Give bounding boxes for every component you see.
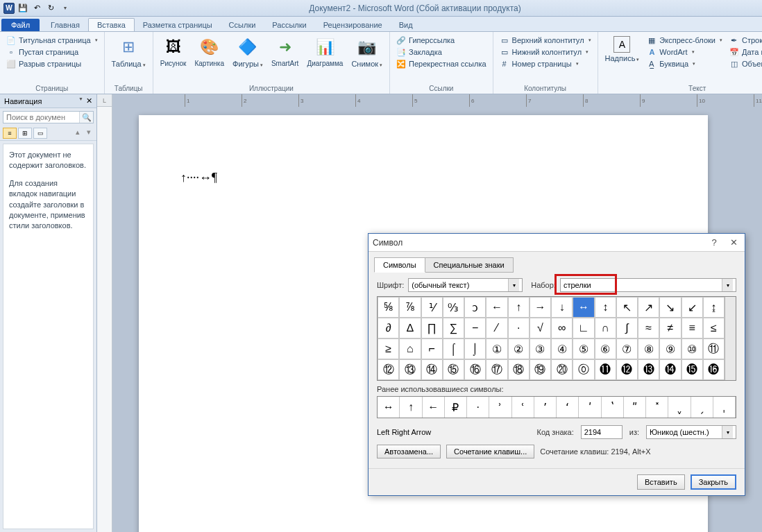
recent-symbol-cell[interactable]: · [467,397,489,418]
textbox-button[interactable]: AНадпись▾ [602,35,643,69]
symbol-cell[interactable]: ↗ [638,297,659,318]
autocorrect-button[interactable]: Автозамена... [377,445,441,458]
page-number-button[interactable]: #Номер страницы▾ [498,58,593,69]
symbol-cell[interactable]: ↙ [681,297,703,318]
symbol-cell[interactable]: ⅟ [421,297,443,318]
symbol-cell[interactable]: ↔ [573,297,594,318]
insert-button[interactable]: Вставить [637,474,685,490]
symbol-cell[interactable]: ⓮ [659,359,681,380]
symbol-cell[interactable]: ⓫ [595,359,616,380]
qat-dropdown-icon[interactable]: ▼ [58,2,71,15]
tab-mailings[interactable]: Рассылки [264,19,314,31]
recent-symbol-cell[interactable]: ˏ [691,397,713,418]
symbol-cell[interactable]: ⑯ [464,359,486,380]
undo-icon[interactable]: ↶ [31,2,43,15]
recent-symbol-cell[interactable]: ↑ [400,397,422,418]
symbol-cell[interactable]: ⑱ [508,359,530,380]
symbol-cell[interactable]: ④ [551,338,573,359]
symbol-cell[interactable]: ↖ [616,297,638,318]
symbol-cell[interactable]: ∆ [399,318,421,338]
symbol-cell[interactable]: √ [530,318,551,338]
symbol-cell[interactable]: ⓬ [616,359,638,380]
word-app-icon[interactable]: W [3,2,15,15]
symbol-cell[interactable]: ⓭ [638,359,659,380]
symbol-cell[interactable]: ② [508,338,530,359]
symbol-cell[interactable]: ⑭ [421,359,443,380]
symbol-cell[interactable]: ∩ [595,318,616,338]
dialog-titlebar[interactable]: Символ ? ✕ [369,234,745,252]
symbol-cell[interactable]: ∞ [551,318,573,338]
tab-review[interactable]: Рецензирование [315,19,391,31]
symbol-cell[interactable]: ⅝ [378,297,399,318]
symbol-cell[interactable]: ↘ [659,297,681,318]
symbol-cell[interactable]: ③ [530,338,551,359]
recent-symbol-cell[interactable]: ʺ [624,397,646,418]
symbol-cell[interactable]: ⑮ [443,359,464,380]
symbol-cell[interactable]: ⓪ [573,359,594,380]
picture-button[interactable]: 🖼Рисунок [158,35,189,69]
symbol-cell[interactable]: ≠ [659,318,681,338]
nav-view-pages[interactable]: ⊞ [18,128,32,139]
font-select[interactable]: (обычный текст) ▾ [408,278,523,292]
symbol-cell[interactable]: ⌂ [399,338,421,359]
nav-dropdown-icon[interactable]: ▼ [78,96,83,105]
symbol-cell[interactable]: ⅞ [399,297,421,318]
symbol-cell[interactable]: ← [486,297,507,318]
signature-button[interactable]: ✒Строка подпи [727,35,762,46]
redo-icon[interactable]: ↻ [44,2,57,15]
dialog-tab-symbols[interactable]: Символы [374,257,425,273]
recent-symbol-cell[interactable]: ↔ [378,397,400,418]
dialog-help-icon[interactable]: ? [707,237,721,249]
tab-insert[interactable]: Вставка [88,18,135,31]
symbol-cell[interactable]: ⌠ [443,338,464,359]
recent-symbol-cell[interactable]: ʿ [512,397,534,418]
page-break-button[interactable]: ⬜Разрыв страницы [4,58,100,69]
clipart-button[interactable]: 🎨Картинка [192,35,227,69]
symbol-cell[interactable]: ⑰ [486,359,507,380]
symbol-cell[interactable]: → [530,297,551,318]
dropcap-button[interactable]: A̲Буквица▾ [645,58,725,69]
symbol-cell[interactable]: ⓰ [703,359,725,380]
nav-prev-icon[interactable]: ▴ [73,128,83,139]
symbol-cell[interactable]: ⑩ [681,338,703,359]
wordart-button[interactable]: AWordArt▾ [645,46,725,58]
symbol-cell[interactable]: ↄ [464,297,486,318]
symbol-cell[interactable]: ∂ [378,318,399,338]
symbol-cell[interactable]: ∑ [443,318,464,338]
symbol-cell[interactable]: ↓ [551,297,573,318]
tab-view[interactable]: Вид [391,19,421,31]
tab-references[interactable]: Ссылки [221,19,264,31]
shapes-button[interactable]: 🔷Фигуры▾ [230,35,266,69]
symbol-cell[interactable]: ↉ [443,297,464,318]
recent-symbol-cell[interactable]: ˌ [713,397,736,418]
save-icon[interactable]: 💾 [17,2,29,15]
symbol-cell[interactable]: ∙ [508,318,530,338]
symbol-cell[interactable]: ⑫ [378,359,399,380]
dialog-close-icon[interactable]: ✕ [727,237,740,249]
symbol-cell[interactable]: ≥ [378,338,399,359]
symbol-cell[interactable]: ⑪ [703,338,725,359]
symbol-cell[interactable]: ∕ [486,318,507,338]
recent-symbol-cell[interactable]: ʻ [557,397,579,418]
recent-symbol-cell[interactable]: ʹ [579,397,601,418]
char-code-input[interactable] [581,425,623,439]
nav-next-icon[interactable]: ▾ [84,128,94,139]
recent-symbol-cell[interactable]: ʾ [489,397,511,418]
symbol-cell[interactable]: ⑦ [616,338,638,359]
object-button[interactable]: ◫Объект▾ [727,58,762,69]
symbol-grid-scrollbar[interactable] [725,297,736,380]
recent-symbol-cell[interactable]: ˟ [646,397,668,418]
nav-view-headings[interactable]: ≡ [3,128,17,139]
search-icon[interactable]: 🔍 [79,112,93,123]
shortcut-button[interactable]: Сочетание клавиш... [446,445,534,458]
crossref-button[interactable]: 🔀Перекрестная ссылка [394,58,489,69]
close-button[interactable]: Закрыть [691,474,736,490]
screenshot-button[interactable]: 📷Снимок▾ [348,35,385,69]
nav-view-results[interactable]: ▭ [33,128,47,139]
recent-symbol-cell[interactable]: ₽ [445,397,467,418]
symbol-cell[interactable]: ≡ [681,318,703,338]
from-select[interactable]: Юникод (шестн.) ▾ [646,425,736,439]
symbol-cell[interactable]: ∫ [616,318,638,338]
symbol-cell[interactable]: ⓯ [681,359,703,380]
symbol-cell[interactable]: ⑤ [573,338,594,359]
